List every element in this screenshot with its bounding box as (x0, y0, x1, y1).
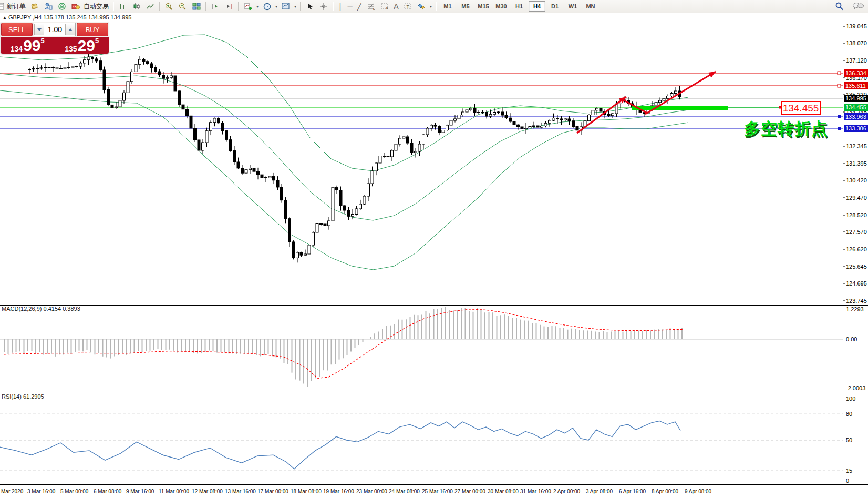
sell-price-pip: 5 (41, 37, 45, 44)
macd-splitter[interactable] (0, 303, 868, 306)
symbol-direction-icon: ▲ (3, 15, 7, 20)
timeframe-button-m30[interactable]: M30 (493, 1, 510, 12)
toolbar-separator (113, 2, 114, 11)
svg-text:F: F (386, 7, 388, 10)
periods-dropdown-caret[interactable]: ▾ (274, 4, 279, 9)
sell-button[interactable]: SELL (1, 23, 33, 36)
timeframe-button-h1[interactable]: H1 (511, 1, 528, 12)
timeframe-button-m1[interactable]: M1 (439, 1, 456, 12)
volume-input[interactable]: 1.00 (44, 25, 65, 34)
svg-text:T: T (407, 4, 410, 9)
buy-price-main: 29 (78, 39, 95, 53)
toolbar-separator (436, 2, 437, 11)
buy-price-prefix: 135 (65, 45, 77, 53)
horizontal-line-icon[interactable]: ─ (345, 1, 355, 12)
timeframe-button-m5[interactable]: M5 (457, 1, 474, 12)
new-order-icon[interactable] (0, 1, 6, 12)
sell-price[interactable]: 134995 (1, 37, 55, 54)
toolbar-separator (333, 2, 334, 11)
zoom-in-icon[interactable] (162, 1, 176, 12)
templates-icon[interactable] (279, 1, 293, 12)
bar-chart-icon[interactable] (116, 1, 130, 12)
svg-text:E: E (373, 7, 375, 10)
fibonacci-icon[interactable]: E (364, 1, 378, 12)
trade-panel-prices: 134995 135295 (1, 37, 109, 54)
label-icon[interactable]: T (401, 1, 415, 12)
sell-price-prefix: 134 (11, 45, 23, 53)
triangle-up-icon (68, 28, 73, 31)
chart-end-icon[interactable] (222, 1, 236, 12)
tile-windows-icon[interactable] (190, 1, 203, 12)
chart-canvas[interactable] (0, 0, 868, 498)
timeframe-button-w1[interactable]: W1 (564, 1, 581, 12)
volume-stepper[interactable]: 1.00 (34, 23, 76, 36)
timeframe-button-m15[interactable]: M15 (475, 1, 492, 12)
rsi-splitter[interactable] (0, 390, 868, 392)
candlestick-chart-icon[interactable] (130, 1, 143, 12)
profile-icon[interactable] (42, 1, 55, 12)
toolbar-separator (159, 2, 160, 11)
one-click-trading-panel: SELL 1.00 BUY 134995 135295 (1, 22, 109, 54)
toolbar: 新订单 自动交易 (0, 0, 868, 13)
cursor-icon[interactable] (303, 1, 317, 12)
signals-icon[interactable] (55, 1, 69, 12)
shapes-icon[interactable] (415, 1, 428, 12)
indicators-add-icon[interactable] (241, 1, 255, 12)
templates-dropdown-caret[interactable]: ▾ (293, 4, 298, 9)
auto-trading-icon[interactable] (69, 1, 82, 12)
toolbar-separator (300, 2, 301, 11)
trade-panel-controls: SELL 1.00 BUY (1, 22, 109, 37)
vertical-line-icon[interactable]: │ (336, 1, 345, 12)
volume-increase-button[interactable] (65, 24, 75, 35)
timeframe-button-h4[interactable]: H4 (529, 1, 545, 12)
chart-forward-icon[interactable] (209, 1, 222, 12)
symbol-quote-line: ▲GBPJPY-,H4 135.178 135.245 134.995 134.… (3, 14, 131, 21)
timeframe-button-d1[interactable]: D1 (546, 1, 563, 12)
auto-trading-button[interactable]: 自动交易 (82, 2, 111, 11)
search-icon[interactable] (832, 1, 846, 12)
trendline-icon[interactable]: ╱ (355, 1, 364, 12)
timeframe-toolbar: M1M5M15M30H1H4D1W1MN (439, 0, 600, 13)
toolbar-separator (238, 2, 239, 11)
fibo-channel-icon[interactable]: F (378, 1, 391, 12)
line-chart-icon[interactable] (143, 1, 157, 12)
text-icon[interactable]: A (391, 1, 401, 12)
notes-icon[interactable] (28, 1, 42, 12)
sell-price-main: 99 (23, 39, 40, 53)
shapes-dropdown-caret[interactable]: ▾ (428, 4, 433, 9)
timeframe-button-mn[interactable]: MN (582, 1, 599, 12)
mt4-window: 新订单 自动交易 (0, 0, 868, 498)
new-order-button[interactable]: 新订单 (6, 2, 28, 11)
volume-decrease-button[interactable] (34, 24, 44, 35)
crosshair-icon[interactable] (317, 1, 330, 12)
chat-icon[interactable] (851, 1, 865, 12)
triangle-down-icon (37, 28, 42, 31)
toolbar-separator (205, 2, 206, 11)
indicators-dropdown-caret[interactable]: ▾ (255, 4, 260, 9)
buy-button[interactable]: BUY (77, 23, 108, 36)
zoom-out-icon[interactable] (176, 1, 190, 12)
buy-price-pip: 5 (95, 37, 99, 44)
symbol-ohlc-text: GBPJPY-,H4 135.178 135.245 134.995 134.9… (8, 14, 131, 21)
buy-price[interactable]: 135295 (55, 37, 109, 54)
periods-clock-icon[interactable] (260, 1, 274, 12)
